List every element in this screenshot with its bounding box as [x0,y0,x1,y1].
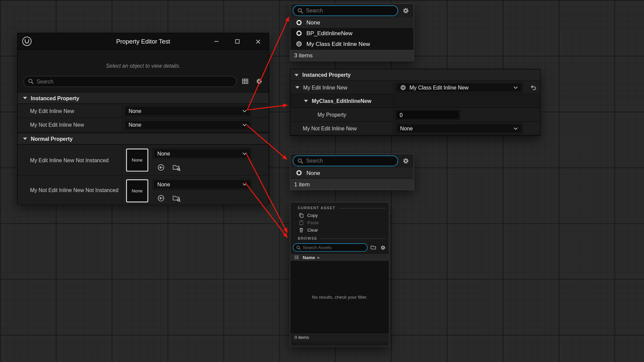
asset-search-input[interactable] [303,245,364,250]
window-titlebar[interactable]: Property Editor Test [18,33,269,50]
details-search-input[interactable] [37,78,232,84]
my-not-edit-inline-new-combobox[interactable]: None [124,120,251,130]
close-button[interactable] [248,33,268,50]
items-count: 3 items [290,49,414,61]
class-sphere-icon [400,84,406,90]
details-search-box [23,76,237,87]
settings-button[interactable] [400,5,411,16]
property-row-my-property: My Property [290,108,540,122]
section-label: Instanced Property [31,95,79,101]
asset-thumbnail[interactable]: None [126,148,148,172]
property-label: My Edit Inline New [18,108,124,114]
blueprint-grid-background: Property Editor Test Select an object to… [0,0,644,362]
settings-button[interactable] [254,76,265,87]
option-label: My Class Edit Inline New [306,41,370,47]
asset-thumbnail[interactable]: None [126,179,148,202]
my-property-input[interactable] [396,110,460,119]
class-option-bp-editinlinenew[interactable]: BP_EditInlineNew [290,28,414,39]
class-option-none[interactable]: None [290,168,414,178]
copy-menu-item[interactable]: Copy [290,212,389,219]
list-icon [294,255,299,260]
search-icon [298,158,303,164]
option-label: None [306,19,320,26]
column-label: Name [303,255,315,260]
none-ring-icon [296,170,303,176]
property-editor-test-window: Property Editor Test Select an object to… [17,33,269,204]
maximize-button[interactable] [227,33,248,50]
gear-icon [402,7,409,14]
undo-icon [530,84,537,91]
asset-list-header: Name [290,253,389,261]
menu-item-label: Paste [307,220,319,225]
section-instanced-property[interactable]: Instanced Property [18,93,269,104]
class-search-box [293,5,398,16]
items-count: 0 items [290,333,389,342]
option-label: None [306,170,320,176]
my-edit-inline-new-not-instanced-combobox[interactable]: None [153,148,251,158]
option-label: BP_EditInlineNew [306,30,352,37]
section-instanced-property[interactable]: Instanced Property [290,69,540,81]
class-option-my-class-edit-inline-new[interactable]: My Class Edit Inline New [290,39,414,49]
my-edit-inline-new-combobox[interactable]: My Class Edit Inline New [396,82,522,92]
maximize-icon [235,39,240,44]
browse-to-asset-button[interactable] [171,193,182,204]
chevron-down-icon [514,86,518,89]
class-search-input[interactable] [306,7,393,13]
section-normal-property[interactable]: Normal Property [18,133,269,144]
property-matrix-button[interactable] [240,76,251,87]
asset-search-row [290,242,389,253]
subobject-label: MyClass_EditInlineNew [312,98,371,104]
copy-icon [299,213,304,218]
close-icon [256,39,261,44]
paste-icon [299,220,304,225]
class-search-input[interactable] [306,158,393,164]
reset-to-default-button[interactable] [529,82,538,92]
none-picker-dropdown: None 1 item [290,154,414,190]
property-row-my-edit-inline-new: My Edit Inline New My Class Edit Inline … [290,81,540,94]
settings-button[interactable] [379,244,386,251]
property-row-my-not-edit-inline-new-not-instanced: My Not Edit Inline New Not Instanced Non… [18,176,269,205]
expander-icon [304,100,308,102]
list-view-options-button[interactable] [293,254,300,261]
clear-menu-item[interactable]: Clear [290,226,389,234]
minimize-icon [214,39,219,44]
folder-icon [370,245,376,250]
expander-icon [295,86,299,88]
class-search-box [293,155,398,166]
menu-item-label: Copy [307,213,318,218]
property-row-my-edit-inline-new-not-instanced: My Edit Inline New Not Instanced None No… [18,145,269,176]
class-option-list: None [290,168,414,178]
unreal-logo-icon [22,36,32,47]
minimize-button[interactable] [206,33,226,50]
dropdown-search-row [290,4,414,17]
search-icon [296,245,301,250]
details-search-row [23,75,265,87]
property-row-my-not-edit-inline-new: My Not Edit Inline New None [290,122,540,135]
expander-icon [23,137,27,140]
property-label: My Not Edit Inline New [18,122,124,128]
chevron-down-icon [242,183,247,186]
my-not-edit-inline-new-not-instanced-combobox[interactable]: None [153,179,251,189]
folder-button[interactable] [370,244,377,251]
items-count: 1 item [290,178,414,189]
property-row-my-not-edit-inline-new: My Not Edit Inline New None [18,118,269,132]
browse-section: BROWSE [290,235,389,242]
chevron-down-icon [514,127,518,130]
browse-folder-icon [172,164,180,171]
use-selected-asset-button[interactable] [156,162,166,173]
my-edit-inline-new-combobox[interactable]: None [124,106,251,116]
column-header-name[interactable]: Name [303,255,320,260]
property-label: My Property [318,112,346,118]
details-hint: Select an object to view details. [18,63,269,69]
asset-search-box [293,243,368,251]
dropdown-search-row [290,154,414,167]
class-option-none[interactable]: None [290,17,414,28]
use-selected-asset-button[interactable] [156,193,166,204]
property-row-my-edit-inline-new: My Edit Inline New None [18,104,269,118]
combo-value: None [128,122,239,128]
asset-list-empty: No results, check your filter. [290,261,389,333]
browse-to-asset-button[interactable] [171,162,182,173]
my-not-edit-inline-new-combobox[interactable]: None [396,124,522,133]
settings-button[interactable] [400,155,411,166]
subobject-row-myclass-editinlinenew[interactable]: MyClass_EditInlineNew [290,95,540,108]
